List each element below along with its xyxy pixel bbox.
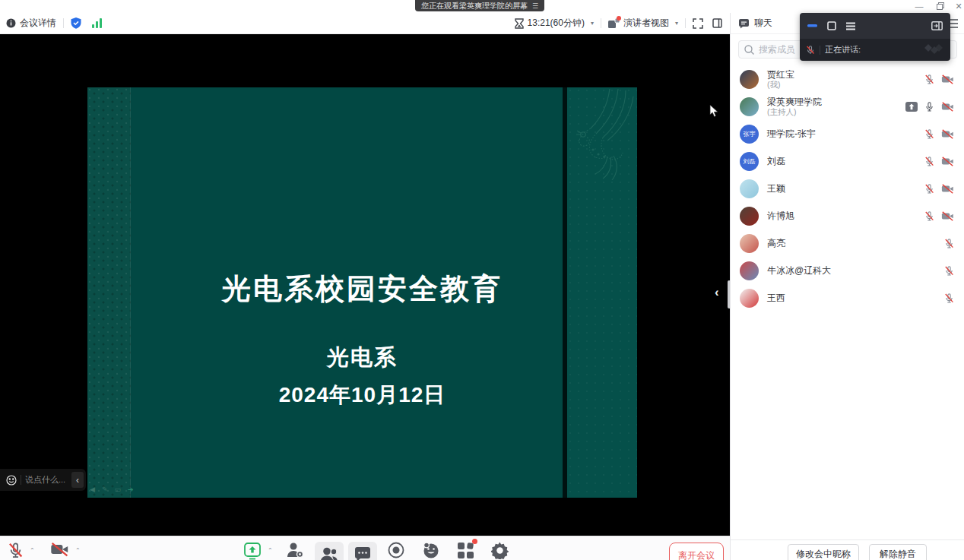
participant-name: 高亮 <box>767 238 944 248</box>
participant-name: 王颖 <box>767 183 924 194</box>
record-button[interactable] <box>388 542 404 558</box>
camera-off-icon <box>941 211 954 221</box>
shared-screen-stage: 光电系校园安全教育 光电系 2024年10月12日 ◀ ✎ ▭ ➔ 说点什么..… <box>0 34 730 536</box>
watermark-logo-icon <box>923 43 944 56</box>
mic-muted-icon <box>806 45 815 55</box>
emoji-icon[interactable] <box>6 475 17 486</box>
participant-role: (主持人) <box>767 107 905 117</box>
settings-button[interactable] <box>491 542 509 559</box>
participant-row[interactable]: 梁英爽理学院(主持人) <box>731 93 964 120</box>
camera-off-icon <box>941 157 954 166</box>
overlay-minimize-button[interactable] <box>807 24 817 27</box>
apps-button[interactable] <box>457 542 475 559</box>
slide-subtitle: 光电系 <box>87 343 637 373</box>
leave-meeting-button[interactable]: 离开会议 <box>669 543 724 560</box>
window-minimize-button[interactable]: — <box>911 1 928 11</box>
unmute-button[interactable]: 解除静音 <box>869 544 927 560</box>
participant-name: 许博旭 <box>767 210 924 221</box>
presenter-controls[interactable]: ◀ ✎ ▭ ➔ <box>90 486 134 493</box>
window-close-button[interactable]: ✕ <box>950 1 964 11</box>
avatar <box>740 179 759 198</box>
screen-sharing-icon <box>905 102 918 112</box>
participant-row[interactable]: 张宇理学院-张宇 <box>731 120 964 147</box>
participant-name: 梁英爽理学院 <box>767 96 905 107</box>
quick-chat-placeholder[interactable]: 说点什么... <box>25 474 65 486</box>
participant-row[interactable]: 王颖 <box>731 175 964 202</box>
side-panel-toggle-button[interactable] <box>712 18 722 28</box>
participant-name: 理学院-张宇 <box>767 128 924 139</box>
slide-date: 2024年10月12日 <box>87 381 637 410</box>
screen-share-button[interactable] <box>243 542 262 560</box>
mic-muted-icon <box>924 128 934 140</box>
divider <box>685 18 686 28</box>
chat-button[interactable] <box>348 542 377 560</box>
avatar <box>740 261 759 280</box>
participant-row[interactable]: 王西 <box>731 284 964 312</box>
chat-tab-icon <box>738 18 750 29</box>
timer-chevron-down-icon: ▾ <box>591 20 594 27</box>
quick-chat-bar[interactable]: 说点什么... ‹ <box>0 469 86 491</box>
view-mode-chevron-down-icon: ▾ <box>675 20 678 27</box>
camera-off-icon <box>941 74 954 84</box>
slide-panel-icon[interactable]: ▭ <box>114 486 121 493</box>
info-icon <box>6 18 16 28</box>
camera-off-icon <box>941 102 954 112</box>
collapse-panel-chevron[interactable]: ‹ <box>715 285 719 300</box>
window-maximize-button[interactable] <box>932 1 949 11</box>
security-shield-icon[interactable] <box>71 17 81 29</box>
banner-menu-icon[interactable]: ☰ <box>532 2 538 10</box>
previous-slide-icon[interactable]: ◀ <box>90 486 95 493</box>
camera-options-chevron[interactable]: ⌃ <box>75 547 81 554</box>
avatar <box>740 289 759 308</box>
overlay-restore-button[interactable] <box>827 21 836 30</box>
search-icon <box>744 45 754 55</box>
quick-chat-collapse-button[interactable]: ‹ <box>71 472 84 488</box>
mic-muted-button[interactable] <box>8 542 24 559</box>
mic-options-chevron[interactable]: ⌃ <box>30 547 35 554</box>
mic-muted-icon <box>924 156 934 167</box>
participant-row[interactable]: 高亮 <box>731 229 964 257</box>
mic-muted-icon <box>944 293 954 304</box>
participant-row[interactable]: 贾红宝(我) <box>731 65 964 93</box>
participant-row[interactable]: 许博旭 <box>731 202 964 229</box>
notification-dot <box>617 16 621 21</box>
participant-row[interactable]: 牛冰冰@辽科大 <box>731 257 964 284</box>
meeting-details-label: 会议详情 <box>20 17 56 30</box>
meeting-timer[interactable]: 13:21(60分钟) ▾ <box>515 17 594 30</box>
members-chat-panel: 聊天 贾红宝(我)梁英爽理学院(主持人)张宇理学院-张宇刘磊刘磊王颖许博旭高亮牛… <box>730 13 964 560</box>
camera-off-icon <box>941 184 954 194</box>
overlay-list-view-button[interactable] <box>846 22 855 30</box>
camera-off-button[interactable] <box>50 542 69 557</box>
next-slide-icon[interactable]: ➔ <box>128 486 134 493</box>
participants-button[interactable] <box>315 542 344 560</box>
hourglass-icon <box>515 18 524 29</box>
avatar <box>740 70 759 89</box>
divider <box>63 18 64 28</box>
chat-tab-label[interactable]: 聊天 <box>754 17 772 30</box>
participant-row[interactable]: 刘磊刘磊 <box>731 147 964 175</box>
avatar: 刘磊 <box>740 152 759 171</box>
mic-muted-icon <box>944 265 954 277</box>
overlay-dock-panel-button[interactable] <box>931 21 943 30</box>
network-signal-icon[interactable] <box>92 18 103 28</box>
share-options-chevron[interactable]: ⌃ <box>268 547 273 554</box>
participant-list: 贾红宝(我)梁英爽理学院(主持人)张宇理学院-张宇刘磊刘磊王颖许博旭高亮牛冰冰@… <box>731 65 964 312</box>
timer-label: 13:21(60分钟) <box>528 17 585 30</box>
meeting-details-button[interactable]: 会议详情 <box>6 17 56 30</box>
floating-speaker-window[interactable]: 正在讲话: <box>800 13 950 61</box>
rename-button[interactable]: 修改会中昵称 <box>788 544 859 560</box>
layout-view-icon <box>608 18 620 28</box>
meeting-toolbar: ⌃ ⌃ ⌃ 离开会议 <box>0 536 730 560</box>
avatar <box>740 234 759 253</box>
participant-name: 贾红宝 <box>767 69 924 80</box>
fullscreen-button[interactable] <box>693 18 703 29</box>
view-mode-selector[interactable]: 演讲者视图 ▾ <box>608 17 678 30</box>
watching-banner-label: 您正在观看梁英爽理学院的屏幕 <box>421 1 528 11</box>
divider <box>601 18 601 28</box>
reactions-button[interactable] <box>422 542 440 559</box>
security-manage-button[interactable] <box>286 542 304 559</box>
phoenix-decoration <box>568 89 636 184</box>
watching-screen-banner[interactable]: 您正在观看梁英爽理学院的屏幕 ☰ <box>415 0 544 11</box>
slide-title: 光电系校园安全教育 <box>87 270 637 308</box>
pen-tool-icon[interactable]: ✎ <box>102 486 108 493</box>
